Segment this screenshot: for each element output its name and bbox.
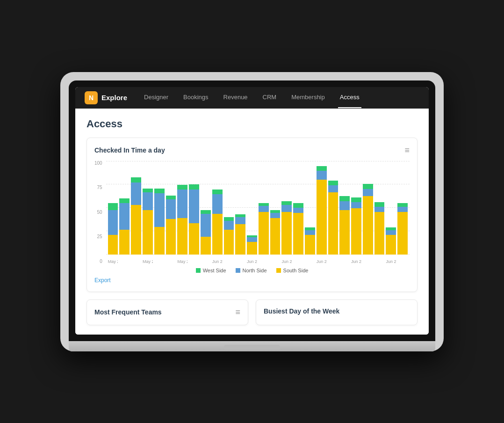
busiest-day-card: Busiest Day of the Week xyxy=(256,299,418,325)
x-label xyxy=(363,259,373,264)
west-side-icon xyxy=(196,268,201,273)
svg-rect-0 xyxy=(196,268,201,273)
bar-stack xyxy=(154,189,165,255)
page-title: Access xyxy=(86,118,418,130)
y-axis: 100 75 50 25 0 xyxy=(94,161,102,264)
bar-group xyxy=(177,185,187,255)
bar-stack xyxy=(270,210,281,255)
north-segment xyxy=(270,213,281,218)
bottom-row: Most Frequent Teams ≡ Busiest Day of the… xyxy=(86,299,418,325)
south-segment xyxy=(189,223,199,255)
bar-stack xyxy=(235,214,245,255)
x-label: Jun 20 xyxy=(317,259,327,264)
x-labels: May 20May 20May 20Jun 20Jun 20Jun 20Jun … xyxy=(106,259,410,264)
bar-stack xyxy=(259,203,269,255)
south-segment xyxy=(224,230,234,255)
south-segment xyxy=(212,214,223,255)
y-label-50: 50 xyxy=(94,210,102,215)
chart-legend: West Side North Side South Side xyxy=(94,268,410,273)
west-segment xyxy=(339,196,350,201)
bar-stack xyxy=(281,201,292,255)
south-segment xyxy=(143,210,153,255)
bar-group xyxy=(224,217,234,255)
x-label xyxy=(305,259,315,264)
north-segment xyxy=(247,237,257,242)
north-segment xyxy=(189,190,199,223)
bar-group xyxy=(166,196,176,255)
north-segment xyxy=(281,205,292,212)
bar-stack xyxy=(143,189,153,255)
bar-group xyxy=(259,203,269,255)
north-segment xyxy=(224,221,234,230)
bar-group xyxy=(386,227,396,255)
x-label xyxy=(201,259,211,264)
nav-item-revenue[interactable]: Revenue xyxy=(222,87,250,108)
west-segment xyxy=(281,201,292,205)
nav-item-membership[interactable]: Membership xyxy=(289,87,327,108)
nav-item-designer[interactable]: Designer xyxy=(142,87,170,108)
bar-group xyxy=(154,189,165,255)
nav-item-crm[interactable]: CRM xyxy=(261,87,279,108)
south-segment xyxy=(293,213,303,255)
nav-item-access[interactable]: Access xyxy=(338,87,361,108)
north-segment xyxy=(259,206,269,212)
nav-logo[interactable]: N Explore xyxy=(85,91,127,104)
west-segment xyxy=(374,202,385,207)
south-segment xyxy=(166,219,176,255)
bar-group xyxy=(143,189,153,255)
bar-group xyxy=(119,198,130,255)
most-frequent-menu-icon[interactable]: ≡ xyxy=(235,307,240,317)
bar-stack xyxy=(397,203,408,255)
nav-item-bookings[interactable]: Bookings xyxy=(181,87,210,108)
x-label xyxy=(154,259,165,264)
bar-group xyxy=(374,202,385,255)
north-segment xyxy=(154,193,165,227)
south-segment xyxy=(281,212,292,255)
x-label xyxy=(189,259,199,264)
x-label xyxy=(293,259,303,264)
west-segment xyxy=(317,166,327,171)
north-segment xyxy=(235,217,245,224)
bar-group xyxy=(317,166,327,255)
most-frequent-teams-title: Most Frequent Teams xyxy=(94,308,162,316)
screen-bezel: N Explore Designer Bookings Revenue CRM … xyxy=(69,80,435,341)
north-side-icon xyxy=(236,268,240,273)
west-segment xyxy=(108,203,118,210)
x-label: May 20 xyxy=(143,259,153,264)
laptop-base xyxy=(69,341,435,351)
y-label-75: 75 xyxy=(94,185,102,190)
x-label xyxy=(374,259,385,264)
screen: N Explore Designer Bookings Revenue CRM … xyxy=(75,87,429,335)
legend-west: West Side xyxy=(196,268,226,273)
south-segment xyxy=(247,242,257,255)
x-label xyxy=(270,259,281,264)
west-segment xyxy=(189,184,199,190)
south-segment xyxy=(386,235,396,255)
bar-group xyxy=(212,190,223,255)
bar-stack xyxy=(189,184,199,255)
main-content: Access Checked In Time a day ≡ 100 75 50 xyxy=(75,109,429,335)
west-segment xyxy=(351,197,361,202)
west-segment xyxy=(201,210,211,214)
bar-group xyxy=(305,227,315,255)
y-label-25: 25 xyxy=(94,234,102,239)
logo-icon: N xyxy=(85,91,98,104)
south-segment xyxy=(339,210,350,255)
bar-stack xyxy=(166,196,176,255)
bar-stack xyxy=(305,227,315,255)
north-segment xyxy=(143,192,153,210)
bar-group xyxy=(351,197,361,255)
svg-rect-1 xyxy=(236,268,240,273)
bar-group xyxy=(235,214,245,255)
bar-group xyxy=(363,184,373,255)
west-segment xyxy=(397,203,408,207)
south-side-icon xyxy=(276,268,281,273)
bar-stack xyxy=(177,185,187,255)
checkin-chart-menu-icon[interactable]: ≡ xyxy=(404,146,410,155)
x-label: Jun 20 xyxy=(351,259,361,264)
export-link[interactable]: Export xyxy=(94,277,111,284)
west-segment xyxy=(224,217,234,221)
north-segment xyxy=(363,189,373,196)
west-segment xyxy=(212,190,223,194)
checkin-chart-card: Checked In Time a day ≡ 100 75 50 25 0 xyxy=(86,138,418,292)
